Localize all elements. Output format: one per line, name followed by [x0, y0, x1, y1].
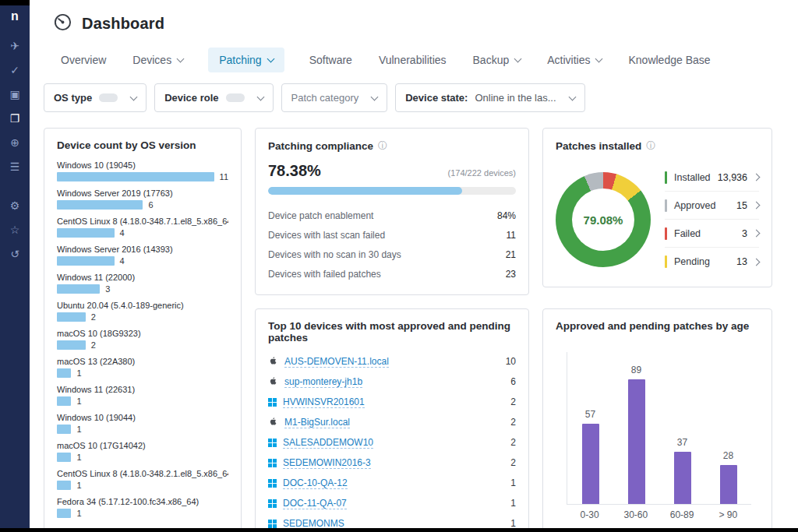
- deploy-icon[interactable]: ✈: [6, 41, 23, 55]
- device-count: 10: [506, 356, 516, 367]
- tasks-icon[interactable]: ☰: [6, 161, 23, 175]
- filter-device-state-[interactable]: Device state:Online in the las...: [395, 83, 584, 112]
- os-bar-row: 4: [57, 228, 228, 238]
- stat-value: 84%: [497, 210, 516, 221]
- os-label: macOS 10 (18G9323): [57, 329, 228, 338]
- info-icon[interactable]: ⓘ: [378, 139, 387, 153]
- os-list: Windows 10 (19045)11Windows Server 2019 …: [57, 160, 228, 518]
- os-bar: [57, 172, 214, 181]
- os-value: 1: [76, 481, 81, 490]
- info-icon[interactable]: ⓘ: [646, 139, 655, 153]
- app-logo[interactable]: n: [11, 9, 19, 23]
- device-link[interactable]: M1-BigSur.local: [284, 417, 350, 428]
- card-title-row: Patches installed ⓘ: [556, 139, 759, 153]
- filter-device-role[interactable]: Device role: [154, 83, 273, 112]
- device-link[interactable]: sup-monterey-jh1b: [284, 376, 362, 388]
- os-bar-row: 3: [57, 284, 228, 294]
- legend-row[interactable]: Pending13: [665, 248, 759, 276]
- top-device-list: AUS-DEMOVEN-11.local10sup-monterey-jh1b6…: [268, 351, 516, 532]
- legend-value: 13,936: [718, 172, 747, 183]
- device-link[interactable]: DOC-11-QA-07: [283, 498, 347, 509]
- count-pill: [99, 93, 118, 102]
- device-count: 1: [510, 518, 516, 529]
- network-icon[interactable]: ⊕: [6, 137, 23, 151]
- device-link[interactable]: AUS-DEMOVEN-11.local: [284, 356, 389, 368]
- tab-label: Vulnerabilities: [379, 54, 447, 66]
- os-bar: [57, 312, 86, 322]
- device-link[interactable]: SEDEMOWIN2016-3: [283, 457, 371, 469]
- tab-vulnerabilities[interactable]: Vulnerabilities: [377, 48, 448, 72]
- os-value: 6: [148, 200, 153, 210]
- tab-devices[interactable]: Devices: [131, 48, 185, 72]
- device-count: 6: [510, 376, 516, 387]
- donut-center-label: 79.08%: [584, 213, 623, 227]
- tab-label: Knowledge Base: [628, 54, 710, 66]
- device-row: SEDEMOWIN2016-32: [268, 453, 516, 473]
- filter-label: Patch category: [291, 92, 359, 104]
- stat-value: 23: [506, 269, 516, 280]
- legend-row[interactable]: Installed13,936: [665, 164, 759, 192]
- filter-os-type[interactable]: OS type: [44, 83, 147, 112]
- os-value: 2: [91, 340, 96, 350]
- card-patches-by-age: Approved and pending patches by age 5789…: [542, 308, 772, 532]
- filter-patch-category[interactable]: Patch category: [281, 83, 388, 112]
- os-bar-row: 6: [57, 200, 228, 210]
- card-device-count-os: Device count by OS version Windows 10 (1…: [44, 128, 242, 532]
- sidebar-main-icons: ✈✓▣❐⊕☰: [6, 41, 23, 175]
- chevron-down-icon: [568, 93, 576, 100]
- page-title: Dashboard: [82, 15, 164, 33]
- legend-label: Failed: [674, 228, 701, 239]
- os-row: Windows Server 2016 (14393)4: [57, 245, 228, 266]
- chevron-right-icon: [753, 258, 761, 266]
- legend-label: Installed: [674, 172, 711, 183]
- bar-value-label: 89: [631, 365, 641, 375]
- device-row: M1-BigSur.local2: [268, 412, 516, 432]
- axis-tick-label: 30-60: [613, 509, 659, 520]
- os-bar-row: 1: [57, 453, 228, 462]
- device-link[interactable]: HVWINSVR201601: [283, 396, 365, 408]
- card-patching-compliance: Patching compliance ⓘ 78.38% (174/222 de…: [255, 128, 529, 295]
- nav-tabs: OverviewDevicesPatchingSoftwareVulnerabi…: [44, 48, 775, 72]
- os-value: 1: [76, 509, 81, 518]
- os-bar-row: 2: [57, 312, 228, 322]
- status-icon[interactable]: ✓: [6, 65, 23, 79]
- history-icon[interactable]: ↺: [6, 248, 23, 262]
- os-value: 4: [120, 256, 125, 266]
- settings-icon[interactable]: ⚙: [6, 200, 23, 214]
- remote-icon[interactable]: ▣: [6, 89, 23, 103]
- card-title: Patches installed: [556, 140, 641, 152]
- tab-software[interactable]: Software: [308, 48, 354, 72]
- os-label: CentOS Linux 8 (4.18.0-348.7.1.el8_5.x86…: [57, 217, 228, 226]
- legend-value: 15: [736, 200, 747, 211]
- tab-backup[interactable]: Backup: [471, 48, 523, 72]
- device-link[interactable]: DOC-10-QA-12: [283, 477, 348, 489]
- device-link[interactable]: SALESADDEMOW10: [283, 437, 373, 449]
- sidebar-tool-icons: ⚙☆↺: [6, 200, 23, 262]
- os-row: Windows 11 (22000)3: [57, 273, 228, 294]
- bar: [674, 452, 691, 504]
- os-row: CentOS Linux 8 (4.18.0-348.7.1.el8_5.x86…: [57, 217, 228, 238]
- tab-activities[interactable]: Activities: [546, 48, 603, 72]
- apple-icon: [268, 375, 278, 389]
- os-label: Ubuntu 20.04 (5.4.0-189-generic): [57, 301, 228, 310]
- devices-icon[interactable]: ❐: [6, 113, 23, 127]
- tab-patching[interactable]: Patching: [208, 48, 284, 72]
- window-edge: [0, 528, 798, 532]
- main-content: Dashboard OverviewDevicesPatchingSoftwar…: [30, 0, 798, 532]
- tab-label: Patching: [219, 54, 261, 66]
- device-row: DOC-11-QA-071: [268, 493, 516, 513]
- legend-row[interactable]: Approved15: [665, 192, 759, 220]
- favorites-icon[interactable]: ☆: [6, 224, 23, 238]
- os-label: macOS 10 (17G14042): [57, 441, 228, 450]
- device-count: 1: [510, 477, 516, 488]
- tab-overview[interactable]: Overview: [59, 48, 108, 72]
- apple-icon: [268, 415, 278, 429]
- device-count: 2: [510, 417, 516, 428]
- bar: [628, 379, 645, 504]
- tab-knowledge-base[interactable]: Knowledge Base: [627, 48, 711, 72]
- os-bar-row: 1: [57, 481, 228, 490]
- os-bar-row: 1: [57, 425, 228, 434]
- legend-row[interactable]: Failed3: [665, 220, 759, 248]
- device-count: 1: [510, 498, 516, 509]
- os-bar: [57, 481, 71, 490]
